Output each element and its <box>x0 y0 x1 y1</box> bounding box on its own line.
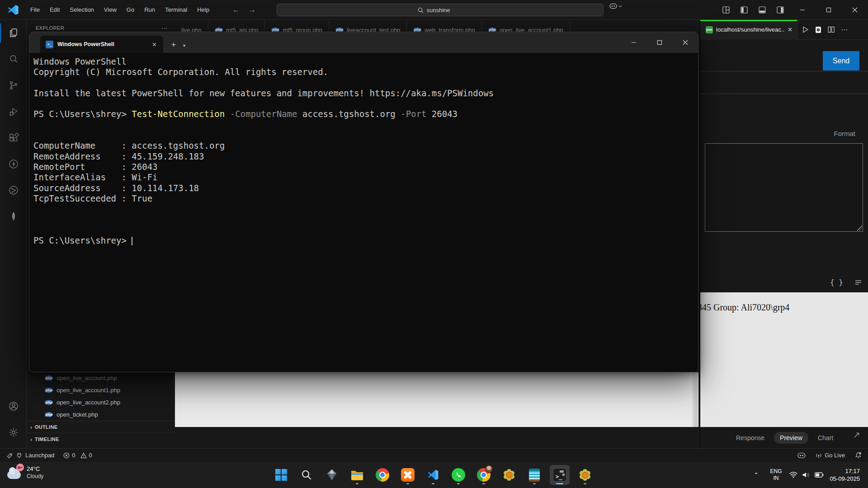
split-editor-icon[interactable] <box>828 26 835 33</box>
toggle-secondary-sidebar-icon[interactable] <box>774 3 787 17</box>
account-button[interactable] <box>0 393 27 419</box>
tab-chart[interactable]: Chart <box>812 432 839 444</box>
copilot-button[interactable] <box>609 3 622 9</box>
taskbar-notepad[interactable] <box>524 465 544 485</box>
outline-section-header[interactable]: › OUTLINE <box>27 421 175 433</box>
sidebar-item-thunder-client[interactable] <box>0 151 27 177</box>
list-item[interactable]: phpopen_ticket.php <box>27 408 175 421</box>
list-item[interactable]: phpopen_live_account2.php <box>27 396 175 408</box>
language-indicator[interactable]: ENG IN <box>770 468 782 482</box>
menu-edit[interactable]: Edit <box>45 4 65 15</box>
sidebar-item-run-debug[interactable] <box>0 99 27 125</box>
terminal-maximize-icon[interactable] <box>646 32 672 53</box>
weather-widget[interactable]: 9+ 24°C Cloudy <box>7 465 43 480</box>
cloudy-weather-icon <box>7 471 21 479</box>
tab-close-icon[interactable]: ✕ <box>150 41 159 48</box>
files-icon <box>8 28 19 38</box>
windows-start-button[interactable] <box>271 465 291 485</box>
windows-logo-icon <box>275 469 287 481</box>
taskbar-whatsapp[interactable] <box>448 465 468 485</box>
list-item[interactable]: phpopen_live_account.php <box>27 372 175 384</box>
go-live-label: Go Live <box>825 452 845 459</box>
tab-dropdown-icon[interactable]: ▾ <box>183 43 185 48</box>
tab-response[interactable]: Response <box>730 432 770 444</box>
toggle-sidebar-icon[interactable] <box>737 3 751 17</box>
toggle-panel-icon[interactable] <box>755 3 769 17</box>
battery-icon[interactable] <box>815 472 824 478</box>
wifi-icon[interactable] <box>789 472 797 478</box>
taskbar-terminal[interactable]: >_ <box>550 465 570 485</box>
terminal-line: TcpTestSucceeded : True <box>33 193 698 204</box>
explorer-more-actions-icon[interactable]: ⋯ <box>161 24 168 32</box>
menu-go[interactable]: Go <box>122 4 139 15</box>
taskbar-chrome-profile[interactable] <box>474 465 494 485</box>
sidebar-item-extensions[interactable] <box>0 125 27 151</box>
terminal-line <box>33 225 698 235</box>
list-item[interactable]: phpopen_live_account1.php <box>27 384 175 396</box>
taskbar-gem-app[interactable] <box>322 465 342 485</box>
timeline-section-header[interactable]: › TIMELINE <box>27 433 175 445</box>
nav-forward-icon[interactable]: → <box>248 5 256 14</box>
file-name: open_live_account2.php <box>57 399 120 406</box>
tab-close-icon[interactable]: ✕ <box>788 26 793 33</box>
menu-selection[interactable]: Selection <box>65 4 99 15</box>
terminal-line: Install the latest PowerShell for new fe… <box>33 88 698 99</box>
taskbar-xampp[interactable] <box>398 465 418 485</box>
send-button[interactable]: Send <box>823 51 859 70</box>
customize-layout-icon[interactable] <box>719 3 733 17</box>
editor-group-divider[interactable] <box>700 20 700 448</box>
open-in-device-icon[interactable] <box>815 26 821 33</box>
window-minimize-icon[interactable] <box>789 0 816 20</box>
tab-preview[interactable]: Preview <box>774 432 808 444</box>
sidebar-item-search[interactable] <box>0 46 27 72</box>
taskbar-gear-app[interactable] <box>499 465 519 485</box>
terminal-minimize-icon[interactable] <box>621 32 646 53</box>
warning-count: 0 <box>89 452 92 459</box>
menu-terminal[interactable]: Terminal <box>160 4 192 15</box>
menu-view[interactable]: View <box>99 4 122 15</box>
format-json-icon[interactable]: { } <box>830 278 843 286</box>
taskbar-vscode[interactable] <box>423 465 443 485</box>
run-file-icon[interactable] <box>802 26 809 33</box>
powershell-tab[interactable]: >_ Windows PowerShell ✕ <box>40 36 163 53</box>
sidebar-item-source-control[interactable] <box>0 72 27 99</box>
problems-indicator[interactable]: 0 0 <box>63 452 92 459</box>
menu-run[interactable]: Run <box>139 4 160 15</box>
tab-localhost-preview[interactable]: pos localhost/sunshine/liveac.. ✕ <box>700 20 797 40</box>
powershell-window[interactable]: >_ Windows PowerShell ✕ + ▾ Windows Powe… <box>29 32 698 372</box>
notifications-bell-icon[interactable] <box>855 452 862 459</box>
nav-back-icon[interactable]: ← <box>232 5 240 14</box>
new-tab-icon[interactable]: + <box>171 40 176 49</box>
taskbar-chrome[interactable] <box>373 465 392 485</box>
volume-icon[interactable] <box>802 472 810 478</box>
menu-help[interactable]: Help <box>192 4 214 15</box>
powershell-output[interactable]: Windows PowerShellCopyright (C) Microsof… <box>29 53 698 372</box>
terminal-close-icon[interactable] <box>672 32 698 53</box>
settings-button[interactable] <box>0 419 27 446</box>
format-label[interactable]: Format <box>834 130 855 137</box>
sidebar-item-mongodb[interactable] <box>0 203 27 230</box>
clock[interactable]: 17:17 05-09-2025 <box>830 467 860 483</box>
wrap-lines-icon[interactable] <box>855 280 862 285</box>
window-close-icon[interactable] <box>842 0 868 20</box>
tray-overflow-chevron-icon[interactable]: ⌃ <box>754 472 758 478</box>
launchpad-button[interactable]: Launchpad <box>6 452 54 459</box>
request-body-textarea[interactable] <box>705 143 863 232</box>
powershell-titlebar[interactable]: >_ Windows PowerShell ✕ + ▾ <box>29 32 698 53</box>
sidebar-item-project-graph[interactable] <box>0 177 27 203</box>
copilot-status-icon[interactable] <box>797 452 806 459</box>
scrollbar[interactable] <box>692 372 698 427</box>
window-restore-icon[interactable] <box>816 0 842 20</box>
menu-file[interactable]: File <box>25 4 45 15</box>
expand-view-icon[interactable] <box>853 431 861 439</box>
more-actions-icon[interactable]: ⋯ <box>841 26 848 34</box>
taskbar-search-button[interactable] <box>297 465 316 485</box>
resize-grip[interactable] <box>857 225 862 231</box>
sidebar-item-explorer[interactable] <box>0 20 27 46</box>
taskbar-file-explorer[interactable] <box>347 465 367 485</box>
go-live-button[interactable]: Go Live <box>816 452 845 459</box>
command-search-box[interactable] <box>277 4 604 16</box>
search-input[interactable] <box>427 7 463 14</box>
taskbar-gear-app-2[interactable] <box>575 465 595 485</box>
thunder-client-icon <box>8 159 19 169</box>
